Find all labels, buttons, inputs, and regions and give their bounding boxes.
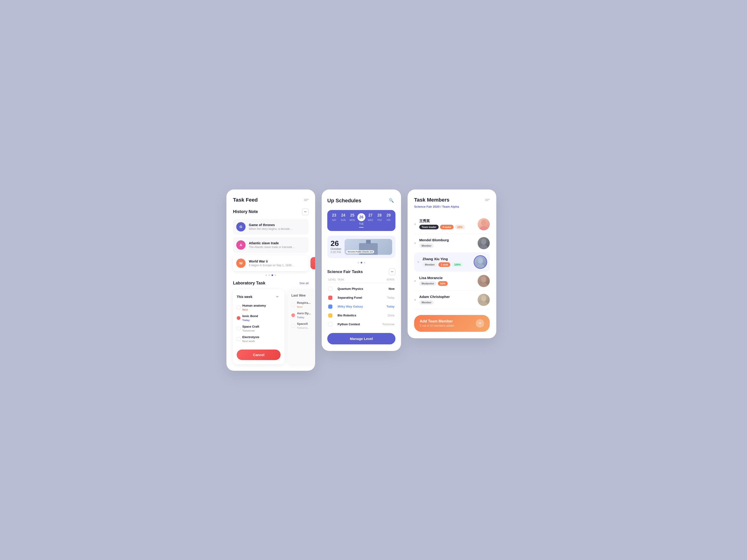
task-row-milky[interactable]: Milky Way Galaxy Today bbox=[327, 302, 395, 311]
carousel-dots bbox=[233, 274, 309, 276]
sched-dot-3 bbox=[364, 262, 365, 263]
member-row-adam[interactable]: Adam Christopher Member bbox=[414, 291, 490, 310]
event-date-block: 26 October 5:00 PM bbox=[331, 240, 341, 254]
tag-52pct: 52% bbox=[438, 281, 448, 286]
member-dot-2 bbox=[414, 242, 416, 244]
dot-1 bbox=[265, 274, 267, 276]
members-header: Task Members bbox=[414, 197, 490, 203]
tag-4tasks: 4 tasks bbox=[440, 225, 453, 229]
task-stat-funel: Today bbox=[376, 296, 394, 299]
tasks-edit-icon[interactable]: ✏ bbox=[389, 269, 395, 275]
member-info-2: Mendel Blomburg Member bbox=[419, 238, 474, 248]
note-item-atlantic[interactable]: A Atlantic slave trade The Atlantic slav… bbox=[233, 237, 309, 253]
tasks-table-header: Level Task Stats bbox=[327, 278, 395, 283]
member-row-wangxiuying[interactable]: 王秀英 Team leader 4 tasks 10% bbox=[414, 215, 490, 234]
avatar-wangxiuying bbox=[478, 218, 490, 230]
svg-point-3 bbox=[480, 245, 488, 249]
note-avatar-g: G bbox=[236, 222, 246, 232]
last-week-header: Last Wee bbox=[291, 294, 315, 297]
this-week-card: This week ✏ Human anatomy Next Ionic bbox=[233, 289, 284, 364]
event-card[interactable]: 26 October 5:00 PM Torronto Public Churc… bbox=[327, 236, 395, 258]
cal-day-wed[interactable]: 27 WED bbox=[366, 213, 375, 228]
member-tags-5: Member bbox=[419, 300, 474, 305]
cal-day-sun[interactable]: 24 SUN bbox=[339, 213, 348, 228]
schedule-carousel-dots bbox=[327, 262, 395, 263]
note-text-atlantic: Atlantic slave trade The Atlantic slave … bbox=[249, 241, 294, 249]
search-icon[interactable]: 🔍 bbox=[387, 196, 395, 205]
member-dot-1 bbox=[414, 223, 416, 225]
tag-moderator: Modaretor bbox=[419, 281, 437, 286]
note-item-game[interactable]: G Game of thrones When the story begins,… bbox=[233, 219, 309, 235]
member-row-mendel[interactable]: Mendel Blomburg Member bbox=[414, 234, 490, 253]
member-row-zhangxiuying[interactable]: Zhang Xiu Ying Member 1 task 100% bbox=[414, 253, 490, 272]
lab-task-ionic[interactable]: Ionic Bond Today bbox=[237, 314, 281, 322]
manage-level-button[interactable]: Manage Level bbox=[327, 333, 395, 344]
feed-title: Task Feed bbox=[233, 197, 258, 203]
add-member-text: Add Team Member 5 out of 10 members adde… bbox=[420, 319, 454, 327]
cal-active-underline bbox=[359, 227, 364, 228]
cal-day-mon[interactable]: 25 MON bbox=[348, 213, 357, 228]
feed-header: Task Feed bbox=[233, 197, 309, 203]
task-checkbox-python bbox=[328, 322, 332, 326]
tag-10pct: 10% bbox=[455, 225, 465, 229]
svg-point-6 bbox=[481, 276, 486, 283]
task-row-quantum[interactable]: Quantum Physics Now bbox=[327, 285, 395, 293]
breadcrumb: Science Fair 2020 / Team Alpha bbox=[414, 205, 490, 208]
svg-point-2 bbox=[481, 239, 486, 245]
member-tags-2: Member bbox=[419, 243, 474, 248]
task-checkbox-biorobotics bbox=[328, 313, 332, 318]
task-checkbox-funel bbox=[328, 296, 332, 300]
cancel-button[interactable]: Cancel bbox=[237, 349, 281, 360]
lab-task-electrolysis[interactable]: Electrolysis Next week bbox=[237, 335, 281, 343]
task-stat-python: Tomorrow bbox=[376, 323, 394, 326]
dot-4 bbox=[275, 274, 276, 276]
task-name-funel: Separating Funel bbox=[338, 296, 376, 299]
schedule-title: Up Schedules bbox=[327, 197, 361, 204]
task-name-python: Python Contest bbox=[338, 322, 376, 326]
this-week-header: This week ✏ bbox=[237, 294, 281, 300]
edit-icon[interactable]: ✏ bbox=[302, 209, 309, 215]
task-row-biorobotics[interactable]: Bio Robotics Done bbox=[327, 311, 395, 320]
lab-task-anatomy[interactable]: Human anatomy Next bbox=[237, 304, 281, 312]
member-info-1: 王秀英 Team leader 4 tasks 10% bbox=[419, 219, 474, 229]
lab-cards-row: This week ✏ Human anatomy Next Ionic bbox=[233, 289, 309, 364]
tag-100pct: 100% bbox=[452, 262, 463, 267]
delete-button[interactable]: 🗑 bbox=[310, 257, 315, 269]
lab-section: Laboratory Task See all This week ✏ Huma… bbox=[233, 281, 309, 364]
add-plus-icon: + bbox=[476, 319, 484, 328]
menu-icon[interactable] bbox=[304, 199, 309, 201]
task-row-python[interactable]: Python Contest Tomorrow bbox=[327, 320, 395, 329]
lab-section-title: Laboratory Task bbox=[233, 281, 265, 286]
task-stat-milky: Today bbox=[376, 305, 394, 308]
cal-day-thu[interactable]: 28 THU bbox=[375, 213, 384, 228]
lab-task-spacecraft[interactable]: Space Craft Tomorrow bbox=[237, 325, 281, 332]
task-members-panel: Task Members Science Fair 2020 / Team Al… bbox=[408, 189, 496, 338]
last-week-title: Last Wee bbox=[291, 294, 306, 297]
svg-point-1 bbox=[480, 226, 488, 230]
cal-day-sat[interactable]: 23 SAT bbox=[330, 213, 339, 228]
swipe-item-ww2[interactable]: W World War ii It began in Europe on Sep… bbox=[233, 255, 309, 271]
add-team-member-button[interactable]: Add Team Member 5 out of 10 members adde… bbox=[414, 315, 490, 332]
note-text-ww2: World War ii It began in Europe on Sep 1… bbox=[249, 260, 294, 267]
avatar-lisa bbox=[478, 275, 490, 287]
cal-day-tue-active[interactable]: 26 TUE bbox=[357, 213, 366, 228]
lab-last-task-2: Aero Dy... Today bbox=[291, 312, 315, 319]
lab-last-task-3: SpaceX Tomorro.. bbox=[291, 322, 315, 330]
avatar-zhangxiuying bbox=[474, 256, 487, 268]
cal-day-fri[interactable]: 29 FRI bbox=[384, 213, 393, 228]
member-info-5: Adam Christopher Member bbox=[419, 295, 474, 305]
see-all-link[interactable]: See all bbox=[299, 282, 309, 285]
this-week-edit-icon[interactable]: ✏ bbox=[274, 294, 281, 300]
member-dot-4 bbox=[414, 280, 416, 282]
swipe-item-wrap: W World War ii It began in Europe on Sep… bbox=[233, 255, 309, 271]
task-row-funel[interactable]: Separating Funel Today bbox=[327, 293, 395, 302]
note-list: G Game of thrones When the story begins,… bbox=[233, 219, 309, 253]
svg-point-5 bbox=[476, 264, 485, 268]
lab-last-checkbox-2 bbox=[291, 313, 295, 317]
members-menu-icon[interactable] bbox=[485, 199, 490, 201]
lab-checkbox-spacecraft bbox=[237, 327, 240, 330]
sched-dot-1 bbox=[358, 262, 359, 263]
member-dot-5 bbox=[414, 299, 416, 301]
tasks-section-header: Science Fair Tasks ✏ bbox=[327, 269, 395, 275]
member-row-lisa[interactable]: Lisa Morancie Modaretor 52% bbox=[414, 272, 490, 291]
